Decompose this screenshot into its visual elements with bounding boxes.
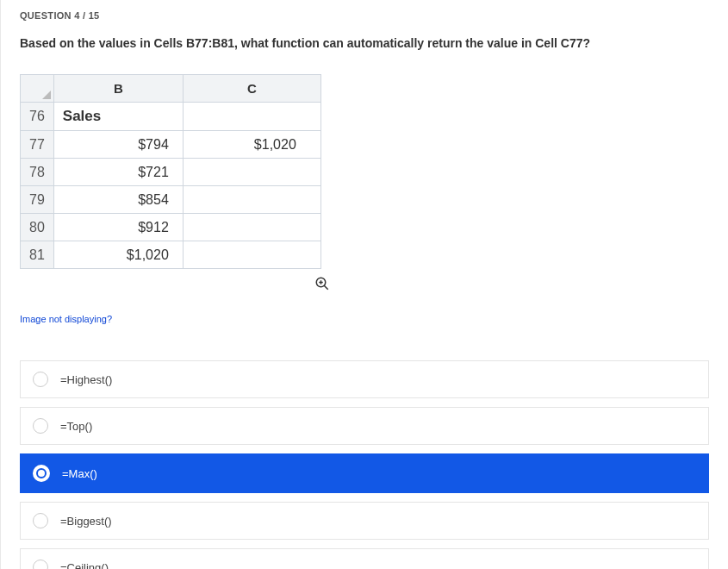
cell-b: $912: [53, 214, 183, 241]
row-header: 79: [21, 186, 54, 214]
option-label: =Biggest(): [60, 515, 112, 528]
cell-b: $854: [53, 186, 183, 214]
spreadsheet-table: B C 76Sales77$794$1,02078$72179$85480$91…: [20, 74, 321, 269]
radio-icon: [33, 560, 48, 569]
cell-b: $1,020: [53, 241, 183, 269]
answer-option[interactable]: =Biggest(): [20, 502, 709, 540]
answer-option[interactable]: =Max(): [20, 453, 709, 493]
cell-b: Sales: [53, 103, 183, 131]
cell-b: $794: [53, 131, 183, 159]
row-header: 78: [21, 159, 54, 186]
answer-options: =Highest()=Top()=Max()=Biggest()=Ceiling…: [20, 360, 709, 569]
radio-icon: [33, 372, 48, 387]
col-header-c: C: [183, 75, 320, 103]
row-header: 76: [21, 103, 54, 131]
spreadsheet-corner: [21, 75, 54, 103]
radio-icon: [33, 513, 48, 528]
option-label: =Highest(): [60, 373, 112, 386]
row-header: 77: [21, 131, 54, 159]
col-header-b: B: [53, 75, 183, 103]
image-not-displaying-link[interactable]: Image not displaying?: [20, 314, 112, 324]
radio-icon: [33, 465, 50, 482]
cell-c: $1,020: [183, 131, 320, 159]
spreadsheet-body: 76Sales77$794$1,02078$72179$85480$91281$…: [21, 103, 321, 269]
cell-b: $721: [53, 159, 183, 186]
row-header: 81: [21, 241, 54, 269]
svg-line-1: [324, 285, 328, 290]
answer-option[interactable]: =Highest(): [20, 360, 709, 398]
answer-option[interactable]: =Ceiling(): [20, 548, 709, 569]
row-header: 80: [21, 214, 54, 241]
cell-c: [183, 186, 320, 214]
magnify-icon[interactable]: [314, 279, 330, 294]
option-label: =Ceiling(): [60, 561, 109, 570]
question-text: Based on the values in Cells B77:B81, wh…: [20, 36, 709, 50]
radio-icon: [33, 418, 48, 434]
option-label: =Max(): [62, 467, 97, 480]
cell-c: [183, 103, 320, 131]
answer-option[interactable]: =Top(): [20, 407, 709, 445]
cell-c: [183, 214, 320, 241]
option-label: =Top(): [60, 420, 92, 433]
cell-c: [183, 241, 320, 269]
cell-c: [183, 159, 320, 186]
question-number: QUESTION 4 / 15: [20, 10, 709, 21]
